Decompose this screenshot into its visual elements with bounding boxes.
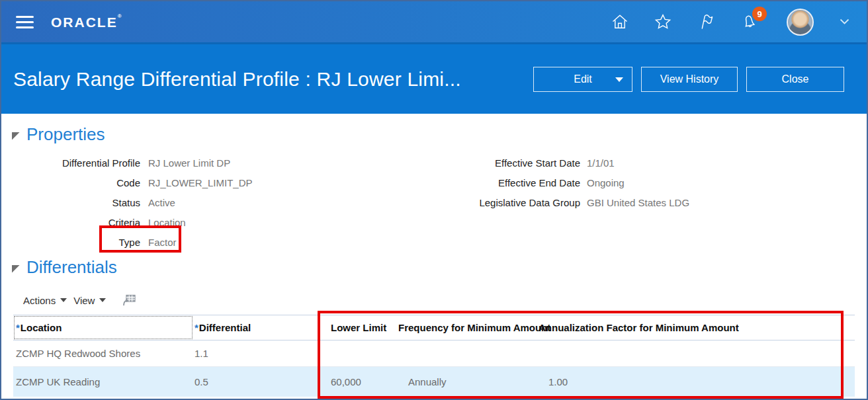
column-header-differential[interactable]: * Differential (193, 315, 318, 340)
field-value: RJ Lower Limit DP (148, 157, 230, 169)
table-row-selected[interactable]: ZCMP UK Reading 0.5 60,000 Annually 1.00 (13, 367, 855, 397)
app-window: { "topbar": { "brand": "ORACLE", "brand_… (0, 0, 868, 400)
differentials-toolbar: Actions View (23, 292, 867, 308)
column-header-annualization[interactable]: Annualization Factor for Minimum Amount (537, 315, 855, 340)
oracle-logo: ORACLE® (51, 13, 122, 30)
properties-right-column: Effective Start Date 1/1/01 Effective En… (359, 153, 689, 212)
column-header-label: Lower Limit (331, 322, 386, 333)
column-header-lower-limit[interactable]: Lower Limit (318, 315, 397, 340)
favorites-star-icon[interactable] (654, 13, 672, 31)
field-label: Type (13, 237, 140, 248)
cell-differential: 1.1 (193, 348, 318, 359)
cell-frequency: Annually (397, 376, 537, 387)
global-icons: 9 (611, 9, 849, 36)
required-marker: * (16, 322, 20, 333)
field-differential-profile: Differential Profile RJ Lower Limit DP (13, 153, 253, 173)
actions-menu-label: Actions (23, 295, 56, 306)
actions-menu-button[interactable]: Actions (23, 295, 67, 306)
field-value: RJ_LOWER_LIMIT_DP (148, 177, 253, 188)
registered-mark: ® (118, 13, 122, 19)
hamburger-menu-icon[interactable] (16, 16, 34, 28)
field-value: Factor (148, 237, 177, 248)
view-menu-label: View (73, 295, 95, 306)
differentials-section: Differentials Actions View * Location * … (1, 257, 867, 400)
cell-differential: 0.5 (193, 376, 318, 387)
view-history-button-label: View History (660, 73, 719, 85)
field-label: Effective Start Date (359, 157, 580, 169)
column-header-label: Differential (199, 322, 251, 333)
menu-caret-icon (60, 298, 67, 302)
cell-location: ZCMP UK Reading (13, 376, 193, 387)
view-history-button[interactable]: View History (641, 67, 738, 92)
menu-caret-icon (99, 298, 106, 302)
column-header-location[interactable]: * Location (13, 315, 193, 340)
properties-left-column: Differential Profile RJ Lower Limit DP C… (13, 153, 253, 252)
cell-annualization: 1.00 (537, 376, 855, 387)
header-buttons: Edit View History Close (533, 67, 844, 92)
field-value: Location (148, 217, 186, 228)
field-code: Code RJ_LOWER_LIMIT_DP (13, 173, 253, 192)
field-effective-end-date: Effective End Date Ongoing (359, 173, 689, 192)
field-type: Type Factor (13, 232, 253, 252)
column-header-label: Frequency for Minimum Amount (398, 322, 550, 333)
page-title: Salary Range Differential Profile : RJ L… (13, 68, 461, 91)
properties-fields: Differential Profile RJ Lower Limit DP C… (1, 153, 867, 252)
field-value: Ongoing (587, 177, 625, 188)
field-label: Status (13, 197, 140, 208)
edit-dropdown-caret-icon (615, 77, 623, 82)
column-header-frequency[interactable]: Frequency for Minimum Amount (397, 315, 537, 340)
differentials-table: * Location * Differential Lower Limit Fr… (13, 315, 855, 397)
global-header: ORACLE® 9 (1, 1, 867, 42)
column-header-label: Annualization Factor for Minimum Amount (539, 322, 739, 333)
table-row[interactable]: ZCMP HQ Redwood Shores 1.1 (13, 340, 855, 367)
field-label: Differential Profile (13, 157, 140, 169)
field-legislative-data-group: Legislative Data Group GBI United States… (359, 192, 689, 212)
collapse-triangle-icon[interactable] (12, 132, 20, 140)
properties-heading: Properties (12, 124, 867, 145)
differentials-heading: Differentials (12, 257, 867, 278)
field-label: Legislative Data Group (359, 197, 580, 208)
close-button[interactable]: Close (746, 67, 844, 92)
field-label: Code (13, 177, 140, 188)
cell-location: ZCMP HQ Redwood Shores (13, 348, 193, 359)
table-header-row: * Location * Differential Lower Limit Fr… (13, 315, 855, 340)
field-value: GBI United States LDG (587, 197, 689, 208)
field-value: 1/1/01 (587, 157, 615, 169)
field-label: Criteria (13, 217, 140, 228)
edit-button[interactable]: Edit (533, 67, 632, 92)
required-marker: * (195, 322, 198, 333)
avatar[interactable] (787, 9, 814, 36)
differentials-heading-label: Differentials (26, 257, 117, 278)
cell-lower-limit: 60,000 (318, 376, 397, 387)
view-menu-button[interactable]: View (73, 295, 106, 306)
properties-heading-label: Properties (26, 124, 105, 145)
page-title-band: Salary Range Differential Profile : RJ L… (1, 42, 867, 114)
notification-count-badge[interactable]: 9 (752, 7, 767, 21)
field-value: Active (148, 197, 175, 208)
field-effective-start-date: Effective Start Date 1/1/01 (359, 153, 689, 173)
flag-icon[interactable] (697, 13, 715, 31)
collapse-triangle-icon[interactable] (12, 265, 20, 273)
column-header-label: Location (21, 322, 62, 333)
field-status: Status Active (13, 192, 253, 212)
field-criteria: Criteria Location (13, 212, 253, 232)
field-label: Effective End Date (359, 177, 580, 188)
edit-button-label: Edit (574, 73, 592, 85)
notifications-bell-wrap: 9 (740, 13, 758, 31)
detach-table-icon[interactable] (122, 294, 136, 307)
home-icon[interactable] (611, 13, 629, 31)
properties-section: Properties Differential Profile RJ Lower… (1, 124, 867, 252)
close-button-label: Close (782, 73, 809, 85)
chevron-down-icon[interactable] (840, 19, 849, 25)
